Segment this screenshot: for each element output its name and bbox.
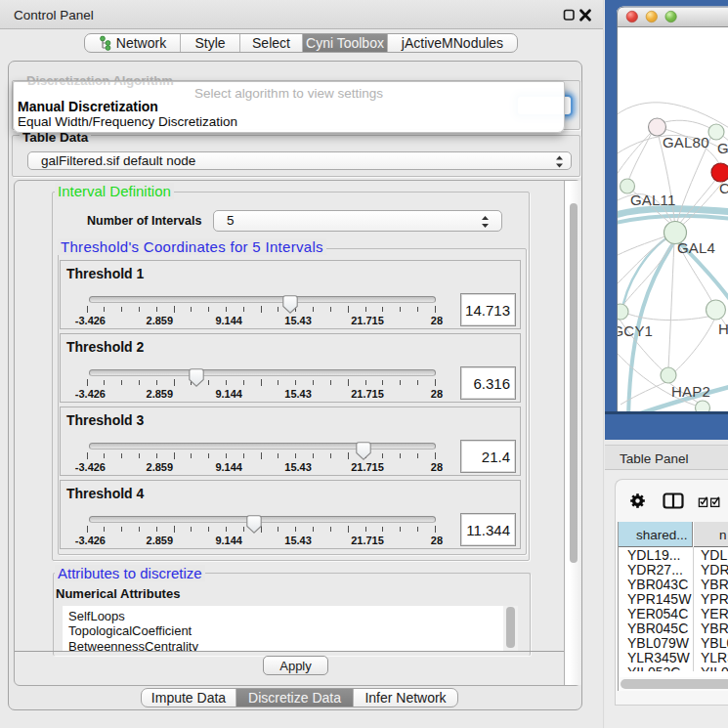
svg-text:HAP2: HAP2 bbox=[671, 383, 710, 400]
svg-text:GAL4: GAL4 bbox=[677, 239, 715, 256]
svg-text:C: C bbox=[719, 180, 728, 196]
svg-text:GAL11: GAL11 bbox=[630, 192, 676, 208]
svg-text:GAL80: GAL80 bbox=[663, 134, 709, 150]
svg-text:HI: HI bbox=[718, 321, 728, 337]
svg-text:GA: GA bbox=[717, 140, 728, 156]
svg-text:GCY1: GCY1 bbox=[617, 322, 653, 339]
